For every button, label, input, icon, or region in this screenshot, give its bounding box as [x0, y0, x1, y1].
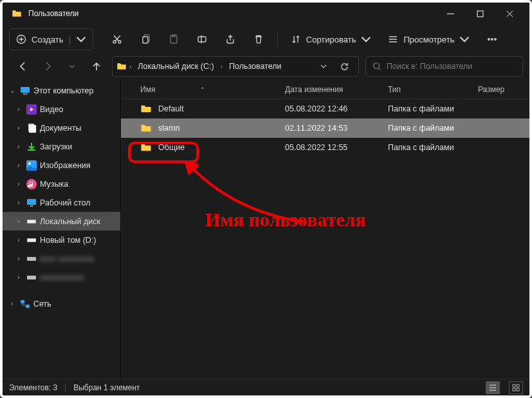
svg-rect-7: [198, 37, 206, 42]
svg-point-3: [118, 41, 121, 43]
nav-row: › Локальный диск (C:) › Пользователи Пои…: [3, 54, 529, 80]
expand-icon[interactable]: ›: [14, 199, 23, 206]
desktop-icon: [26, 197, 37, 209]
svg-rect-4: [143, 37, 148, 43]
new-label: Создать: [32, 35, 63, 44]
history-dropdown[interactable]: [316, 57, 331, 75]
sidebar-hidden-1[interactable]: ›xxxx xxxxxxxxx: [3, 249, 120, 268]
rename-icon: [197, 34, 207, 44]
svg-rect-30: [26, 305, 30, 308]
sidebar-hidden-2[interactable]: ›xxxxxxxxxxx: [3, 268, 120, 287]
recent-button[interactable]: [63, 57, 81, 75]
share-button[interactable]: [218, 28, 243, 50]
paste-button[interactable]: [161, 28, 186, 50]
svg-rect-12: [21, 87, 30, 93]
drive-icon: [26, 234, 37, 246]
scissors-icon: [112, 34, 122, 44]
rename-button[interactable]: [190, 28, 214, 50]
copy-button[interactable]: [133, 28, 158, 50]
svg-rect-32: [517, 384, 519, 387]
svg-rect-16: [29, 125, 36, 133]
svg-point-10: [495, 39, 496, 40]
forward-button[interactable]: [39, 57, 57, 75]
refresh-button[interactable]: [334, 56, 354, 77]
explorer-window: Пользователи Создать | Сортировать Просм…: [0, 0, 532, 398]
expand-icon[interactable]: ›: [8, 300, 17, 307]
status-selected: Выбран 1 элемент: [73, 383, 140, 392]
view-label: Просмотреть: [403, 35, 454, 44]
svg-rect-34: [517, 388, 519, 391]
svg-rect-29: [21, 300, 24, 303]
col-modified[interactable]: Дата изменения: [285, 80, 388, 99]
downloads-icon: [26, 141, 37, 153]
sort-icon: [291, 34, 301, 44]
details-view-button[interactable]: [486, 381, 500, 394]
drive-icon: [26, 216, 37, 227]
expand-icon[interactable]: ›: [14, 236, 23, 243]
dots-icon: [487, 34, 497, 44]
table-row[interactable]: Общие 05.08.2022 12:55 Папка с файлами: [121, 138, 529, 157]
chevron-down-icon: [459, 34, 470, 44]
copy-icon: [140, 34, 151, 44]
breadcrumb-localdisk[interactable]: Локальный диск (C:): [134, 57, 217, 76]
table-row[interactable]: slamn 02.11.2022 14:53 Папка с файлами: [121, 118, 529, 138]
expand-icon[interactable]: ›: [14, 255, 23, 262]
collapse-icon[interactable]: ⌄: [8, 87, 17, 94]
sidebar-desktop[interactable]: ›Рабочий стол: [3, 193, 120, 212]
clipboard-icon: [169, 34, 179, 44]
minimize-button[interactable]: [436, 3, 465, 24]
table-row[interactable]: Default 05.08.2022 12:46 Папка с файлами: [121, 99, 529, 118]
sidebar-pictures[interactable]: ›Изображения: [3, 156, 120, 175]
col-size[interactable]: Размер: [478, 80, 529, 99]
svg-rect-28: [27, 276, 36, 280]
breadcrumb-users[interactable]: Пользователи: [225, 57, 286, 76]
icons-view-button[interactable]: [509, 381, 523, 394]
sidebar-localdisk[interactable]: ›Локальный диск: [3, 212, 120, 231]
chevron-down-icon: [76, 34, 86, 44]
maximize-button[interactable]: [465, 3, 495, 24]
svg-point-11: [374, 63, 380, 69]
sidebar-documents[interactable]: ›Документы: [3, 118, 120, 137]
expand-icon[interactable]: ›: [14, 106, 23, 113]
svg-rect-24: [28, 220, 35, 223]
documents-icon: [26, 122, 37, 134]
more-button[interactable]: [480, 28, 504, 50]
folder-icon: [140, 103, 152, 115]
sidebar-videos[interactable]: ›Видео: [3, 100, 120, 118]
sort-button[interactable]: Сортировать: [284, 28, 378, 50]
window-title: Пользователи: [28, 9, 78, 18]
sidebar-this-pc[interactable]: ⌄ Этот компьютер: [3, 81, 120, 100]
expand-icon[interactable]: ›: [14, 124, 23, 131]
expand-icon[interactable]: ›: [14, 180, 23, 187]
search-input[interactable]: Поиск в: Пользователи: [365, 56, 523, 77]
address-bar[interactable]: › Локальный диск (C:) › Пользователи: [112, 56, 359, 77]
view-button[interactable]: Просмотреть: [381, 28, 476, 50]
sidebar-music[interactable]: ›Музыка: [3, 175, 120, 193]
sidebar-network[interactable]: ›Сеть: [3, 294, 120, 313]
folder-icon: [116, 61, 127, 71]
col-type[interactable]: Тип: [388, 80, 478, 99]
delete-button[interactable]: [246, 28, 271, 50]
folder-icon: [12, 8, 22, 19]
up-button[interactable]: [87, 57, 105, 75]
body: ⌄ Этот компьютер ›Видео ›Документы ›Загр…: [3, 80, 529, 379]
expand-icon[interactable]: ›: [14, 218, 23, 225]
expand-icon[interactable]: ›: [14, 162, 23, 169]
sidebar-downloads[interactable]: ›Загрузки: [3, 137, 120, 156]
new-button[interactable]: Создать |: [9, 28, 93, 50]
expand-icon[interactable]: ›: [14, 274, 23, 281]
list-icon: [388, 34, 398, 44]
plus-icon: [16, 34, 26, 44]
svg-point-8: [488, 39, 490, 40]
close-button[interactable]: [495, 3, 524, 24]
expand-icon[interactable]: ›: [14, 143, 23, 150]
svg-rect-27: [27, 257, 36, 261]
folder-icon: [140, 122, 152, 134]
drive-icon: [26, 253, 37, 265]
sidebar-newvol[interactable]: ›Новый том (D:): [3, 231, 120, 249]
search-icon: [372, 62, 381, 71]
network-icon: [19, 298, 31, 310]
cut-button[interactable]: [105, 28, 129, 50]
col-name[interactable]: Имя⌃: [140, 80, 285, 99]
back-button[interactable]: [14, 57, 32, 75]
